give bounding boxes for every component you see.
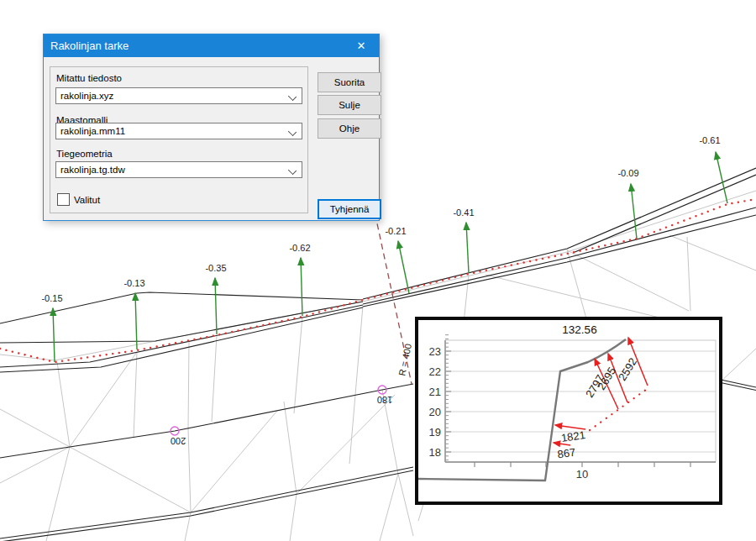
offset-arrow bbox=[53, 308, 55, 362]
y-tick-label: 22 bbox=[429, 365, 441, 378]
y-axis-labels: 23 22 21 20 19 18 bbox=[429, 345, 441, 459]
offset-arrow bbox=[716, 152, 727, 203]
dialog-titlebar[interactable]: Rakolinjan tarke ✕ bbox=[44, 34, 379, 57]
offset-label: -0.13 bbox=[123, 278, 144, 288]
y-tick-label: 23 bbox=[429, 345, 441, 358]
y-tick-label: 18 bbox=[429, 446, 441, 459]
offset-arrow bbox=[466, 223, 469, 273]
dialog-body: Mitattu tiedosto rakolinja.xyz Maastomal… bbox=[44, 57, 379, 220]
x-axis-ticks bbox=[475, 462, 690, 467]
offset-label: -0.41 bbox=[453, 207, 474, 218]
radius-label: R = 400 bbox=[396, 343, 413, 376]
valitut-checkbox-row[interactable]: Valitut bbox=[57, 193, 100, 206]
chevron-down-icon bbox=[288, 92, 297, 101]
app-viewport[interactable]: R = 400 200 180 -0.15 -0.13 -0.35 -0.62 … bbox=[0, 0, 756, 541]
measure-label: 1821 bbox=[560, 428, 586, 444]
y-tick-label: 21 bbox=[429, 386, 441, 398]
cross-section-plot: 23 22 21 20 19 18 10 132.56 bbox=[418, 320, 719, 502]
tiegeometria-select[interactable]: rakolinja.tg.tdw bbox=[55, 161, 302, 178]
dialog-title: Rakolinjan tarke bbox=[50, 39, 129, 52]
y-tick-label: 19 bbox=[429, 426, 441, 439]
measure-label: 2592 bbox=[616, 355, 639, 382]
section-title: 132.56 bbox=[562, 323, 596, 336]
profile-line bbox=[418, 339, 626, 481]
offset-arrow bbox=[215, 278, 217, 334]
sulje-button[interactable]: Sulje bbox=[318, 95, 381, 115]
tyhjenna-button[interactable]: Tyhjennä bbox=[318, 199, 381, 219]
rakolinjan-tarke-dialog: Rakolinjan tarke ✕ Mitattu tiedosto rako… bbox=[43, 34, 380, 221]
y-tick-label: 20 bbox=[429, 406, 441, 418]
y-axis-minor-ticks bbox=[445, 335, 451, 460]
station-label: 200 bbox=[171, 436, 186, 446]
station-label: 180 bbox=[377, 395, 392, 405]
ohje-button[interactable]: Ohje bbox=[318, 118, 381, 139]
tiegeometria-label: Tiegeometria bbox=[56, 149, 113, 159]
plot-grid bbox=[445, 335, 716, 467]
offset-arrow bbox=[398, 241, 409, 293]
close-icon[interactable]: ✕ bbox=[344, 34, 379, 57]
valitut-label: Valitut bbox=[74, 195, 100, 205]
offset-label: -0.09 bbox=[617, 168, 638, 178]
offset-label: -0.15 bbox=[41, 293, 62, 303]
measure-label: 867 bbox=[557, 446, 577, 461]
offset-label: -0.35 bbox=[205, 263, 226, 273]
tiegeometria-value: rakolinja.tg.tdw bbox=[60, 165, 125, 175]
cross-section-inset: 23 22 21 20 19 18 10 132.56 bbox=[415, 317, 722, 505]
offset-arrow bbox=[301, 258, 302, 316]
maastomalli-value: rakolinja.mm11 bbox=[60, 126, 125, 136]
dialog-groupbox: Mitattu tiedosto rakolinja.xyz Maastomal… bbox=[50, 66, 308, 213]
offset-label: -0.62 bbox=[289, 243, 310, 253]
offset-label: -0.21 bbox=[385, 226, 406, 236]
chevron-down-icon bbox=[288, 128, 297, 136]
maastomalli-select[interactable]: rakolinja.mm11 bbox=[55, 123, 302, 139]
suorita-button[interactable]: Suorita bbox=[318, 72, 381, 92]
mitattu-tiedosto-value: rakolinja.xyz bbox=[60, 91, 113, 101]
offset-label: -0.61 bbox=[699, 135, 720, 145]
mitattu-tiedosto-label: Mitattu tiedosto bbox=[56, 73, 122, 83]
chevron-down-icon bbox=[288, 166, 297, 175]
mitattu-tiedosto-select[interactable]: rakolinja.xyz bbox=[55, 87, 302, 104]
x-tick-label: 10 bbox=[576, 468, 588, 481]
valitut-checkbox[interactable] bbox=[57, 193, 70, 206]
